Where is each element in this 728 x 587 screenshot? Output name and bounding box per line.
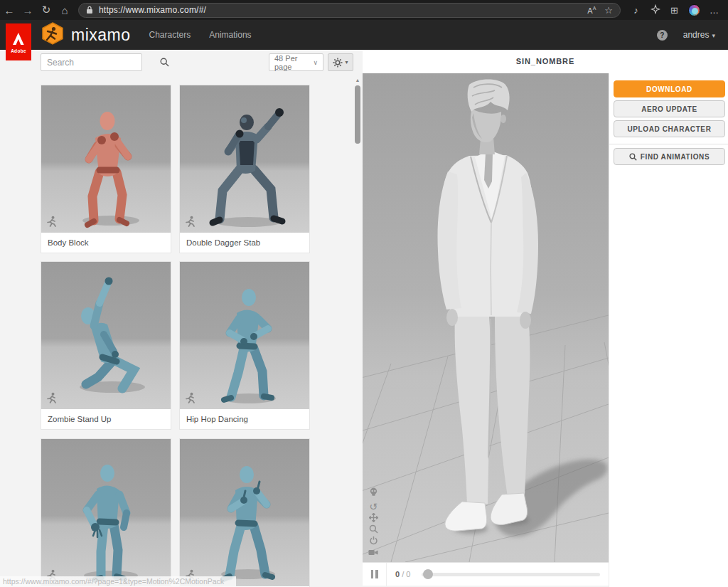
scroll-up-icon[interactable]: ▲ (354, 77, 361, 84)
pan-icon[interactable] (368, 512, 379, 523)
animation-card[interactable]: Double Dagger Stab (180, 85, 309, 253)
nav-characters[interactable]: Characters (149, 30, 191, 40)
browser-toolbar: ← → ↻ ⌂ https://www.mixamo.com/#/ AA ☆ ♪… (0, 0, 728, 20)
adobe-a-icon (10, 31, 27, 46)
run-icon (184, 216, 196, 230)
animation-card[interactable] (180, 439, 309, 587)
aero-update-button[interactable]: AERO UPDATE (614, 100, 725, 117)
upload-character-button[interactable]: UPLOAD CHARACTER (614, 120, 725, 137)
animation-thumbnail[interactable] (180, 85, 309, 233)
help-icon[interactable]: ? (657, 30, 668, 41)
profile-avatar[interactable] (688, 4, 700, 16)
action-sidebar: DOWNLOAD AERO UPDATE UPLOAD CHARACTER FI… (609, 73, 728, 587)
adobe-wordmark: Adobe (11, 48, 26, 53)
text-zoom-icon[interactable]: AA (587, 6, 596, 15)
apps-grid-icon[interactable]: ⊞ (665, 5, 684, 16)
home-icon[interactable]: ⌂ (55, 4, 74, 16)
3d-viewport[interactable] (363, 73, 609, 562)
chevron-down-icon: ▾ (345, 59, 348, 65)
brand-name: mixamo (71, 26, 131, 45)
collections-icon[interactable] (646, 4, 665, 16)
animation-name: Zombie Stand Up (41, 409, 171, 429)
rotate-icon[interactable]: ↺ (368, 501, 379, 512)
lock-icon (86, 6, 93, 14)
back-icon[interactable]: ← (0, 4, 18, 16)
animation-thumbnail[interactable] (180, 262, 309, 409)
find-animations-button[interactable]: FIND ANIMATIONS (614, 148, 725, 165)
pause-icon[interactable] (363, 563, 387, 586)
forward-icon[interactable]: → (18, 4, 37, 16)
slider-knob[interactable] (423, 569, 433, 579)
search-box (41, 53, 142, 71)
settings-gear-button[interactable]: ▾ (328, 53, 353, 71)
adobe-logo[interactable]: Adobe (6, 23, 31, 60)
mixamo-logo[interactable]: mixamo (41, 22, 131, 48)
search-input[interactable] (41, 58, 160, 68)
favorite-star-icon[interactable]: ☆ (604, 5, 613, 16)
mixamo-app: ← → ↻ ⌂ https://www.mixamo.com/#/ AA ☆ ♪… (0, 0, 728, 587)
animation-name: Double Dagger Stab (180, 233, 309, 253)
character-model (363, 73, 609, 562)
chevron-down-icon: ▾ (712, 32, 715, 39)
divider (609, 144, 728, 144)
timeline-slider[interactable] (422, 573, 600, 576)
animation-card[interactable]: Zombie Stand Up (41, 262, 171, 429)
download-button[interactable]: DOWNLOAD (614, 80, 725, 97)
camera-icon[interactable] (368, 546, 379, 558)
run-icon (46, 216, 57, 230)
run-icon (46, 392, 57, 406)
header-right: ? andres▾ (657, 30, 728, 41)
mixamo-hexagon-icon (41, 22, 65, 48)
frame-counter: 0 / 0 (395, 570, 410, 578)
more-options-icon[interactable]: … (705, 5, 724, 16)
animation-thumbnail[interactable] (41, 85, 171, 233)
character-title: SIN_NOMBRE (363, 50, 728, 73)
user-menu[interactable]: andres▾ (683, 30, 715, 40)
per-page-select[interactable]: 48 Per page ∨ (269, 53, 323, 71)
animation-thumbnail[interactable] (41, 439, 171, 586)
nav-animations[interactable]: Animations (209, 30, 251, 40)
search-icon[interactable] (160, 58, 169, 67)
refresh-icon[interactable]: ↻ (37, 4, 55, 16)
animations-panel: 48 Per page ∨ ▾ (0, 50, 363, 587)
status-bar-link: https://www.mixamo.com/#/?page=1&type=Mo… (0, 576, 236, 587)
gear-icon (333, 58, 343, 68)
skeleton-skull-icon[interactable] (368, 486, 379, 497)
per-page-value: 48 Per page (274, 54, 313, 71)
search-icon (629, 153, 637, 161)
address-bar[interactable]: https://www.mixamo.com/#/ AA ☆ (78, 3, 621, 18)
browser-actions: ♪ ⊞ … (626, 4, 728, 16)
url-text: https://www.mixamo.com/#/ (99, 5, 587, 15)
select-chevron-icon: ∨ (313, 59, 318, 66)
media-controls-icon[interactable]: ♪ (626, 5, 646, 16)
run-icon (184, 392, 196, 406)
animation-thumbnail[interactable] (41, 262, 171, 409)
scrollbar[interactable]: ▲ (354, 77, 361, 587)
animation-name: Body Block (41, 233, 171, 253)
playback-bar: 0 / 0 (363, 562, 609, 586)
main-nav: Characters Animations (149, 30, 252, 40)
zoom-icon[interactable] (368, 523, 379, 534)
scrollbar-thumb[interactable] (355, 85, 360, 144)
animation-thumbnail[interactable] (180, 439, 309, 586)
animation-name: Hip Hop Dancing (180, 409, 309, 429)
power-icon[interactable] (368, 534, 379, 546)
app-header: mixamo Characters Animations ? andres▾ (0, 20, 728, 50)
animation-card[interactable]: Hip Hop Dancing (180, 262, 309, 429)
animation-card[interactable] (41, 439, 171, 587)
animation-card[interactable]: Body Block (41, 85, 171, 253)
